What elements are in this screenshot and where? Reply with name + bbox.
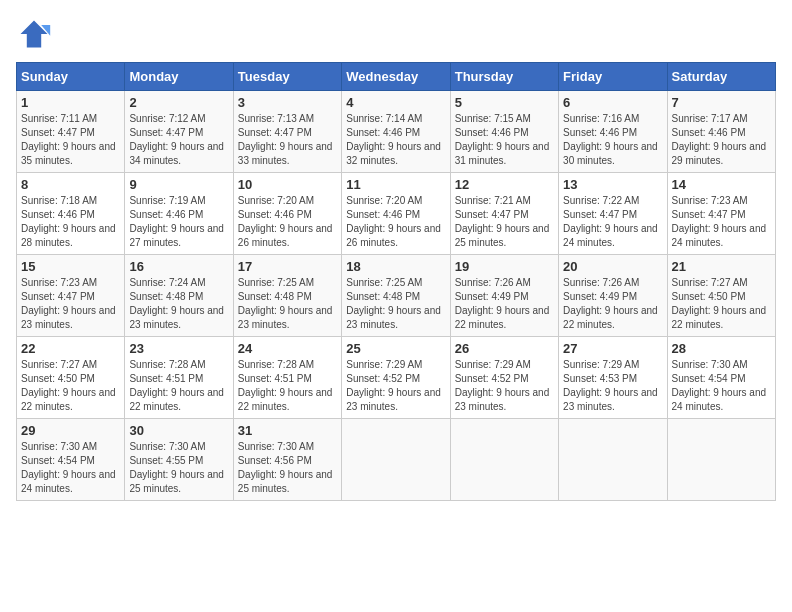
header-day: Saturday	[667, 63, 775, 91]
sunset-label: Sunset: 4:47 PM	[21, 127, 95, 138]
daylight-label: Daylight: 9 hours and 30 minutes.	[563, 141, 658, 166]
calendar-cell: 14 Sunrise: 7:23 AM Sunset: 4:47 PM Dayl…	[667, 173, 775, 255]
sunrise-label: Sunrise: 7:30 AM	[672, 359, 748, 370]
sunset-label: Sunset: 4:46 PM	[455, 127, 529, 138]
day-info: Sunrise: 7:30 AM Sunset: 4:55 PM Dayligh…	[129, 440, 228, 496]
sunrise-label: Sunrise: 7:23 AM	[672, 195, 748, 206]
daylight-label: Daylight: 9 hours and 23 minutes.	[238, 305, 333, 330]
daylight-label: Daylight: 9 hours and 27 minutes.	[129, 223, 224, 248]
calendar-cell: 10 Sunrise: 7:20 AM Sunset: 4:46 PM Dayl…	[233, 173, 341, 255]
sunset-label: Sunset: 4:46 PM	[346, 127, 420, 138]
calendar-cell: 24 Sunrise: 7:28 AM Sunset: 4:51 PM Dayl…	[233, 337, 341, 419]
calendar-cell: 1 Sunrise: 7:11 AM Sunset: 4:47 PM Dayli…	[17, 91, 125, 173]
calendar-week-row: 8 Sunrise: 7:18 AM Sunset: 4:46 PM Dayli…	[17, 173, 776, 255]
day-info: Sunrise: 7:16 AM Sunset: 4:46 PM Dayligh…	[563, 112, 662, 168]
calendar-cell: 2 Sunrise: 7:12 AM Sunset: 4:47 PM Dayli…	[125, 91, 233, 173]
sunset-label: Sunset: 4:46 PM	[672, 127, 746, 138]
calendar-cell: 12 Sunrise: 7:21 AM Sunset: 4:47 PM Dayl…	[450, 173, 558, 255]
header-day: Sunday	[17, 63, 125, 91]
day-info: Sunrise: 7:19 AM Sunset: 4:46 PM Dayligh…	[129, 194, 228, 250]
day-info: Sunrise: 7:15 AM Sunset: 4:46 PM Dayligh…	[455, 112, 554, 168]
calendar-week-row: 22 Sunrise: 7:27 AM Sunset: 4:50 PM Dayl…	[17, 337, 776, 419]
daylight-label: Daylight: 9 hours and 26 minutes.	[238, 223, 333, 248]
day-info: Sunrise: 7:23 AM Sunset: 4:47 PM Dayligh…	[21, 276, 120, 332]
sunrise-label: Sunrise: 7:13 AM	[238, 113, 314, 124]
day-number: 24	[238, 341, 337, 356]
sunset-label: Sunset: 4:46 PM	[129, 209, 203, 220]
daylight-label: Daylight: 9 hours and 22 minutes.	[455, 305, 550, 330]
daylight-label: Daylight: 9 hours and 25 minutes.	[129, 469, 224, 494]
daylight-label: Daylight: 9 hours and 22 minutes.	[129, 387, 224, 412]
calendar-week-row: 15 Sunrise: 7:23 AM Sunset: 4:47 PM Dayl…	[17, 255, 776, 337]
header-day: Wednesday	[342, 63, 450, 91]
calendar-cell: 15 Sunrise: 7:23 AM Sunset: 4:47 PM Dayl…	[17, 255, 125, 337]
calendar-cell: 16 Sunrise: 7:24 AM Sunset: 4:48 PM Dayl…	[125, 255, 233, 337]
calendar-cell: 25 Sunrise: 7:29 AM Sunset: 4:52 PM Dayl…	[342, 337, 450, 419]
daylight-label: Daylight: 9 hours and 23 minutes.	[455, 387, 550, 412]
sunrise-label: Sunrise: 7:28 AM	[129, 359, 205, 370]
daylight-label: Daylight: 9 hours and 31 minutes.	[455, 141, 550, 166]
sunrise-label: Sunrise: 7:27 AM	[21, 359, 97, 370]
day-info: Sunrise: 7:30 AM Sunset: 4:54 PM Dayligh…	[672, 358, 771, 414]
day-number: 2	[129, 95, 228, 110]
sunset-label: Sunset: 4:55 PM	[129, 455, 203, 466]
sunset-label: Sunset: 4:47 PM	[563, 209, 637, 220]
calendar-cell: 30 Sunrise: 7:30 AM Sunset: 4:55 PM Dayl…	[125, 419, 233, 501]
sunset-label: Sunset: 4:48 PM	[129, 291, 203, 302]
header-day: Monday	[125, 63, 233, 91]
day-info: Sunrise: 7:14 AM Sunset: 4:46 PM Dayligh…	[346, 112, 445, 168]
sunset-label: Sunset: 4:47 PM	[672, 209, 746, 220]
daylight-label: Daylight: 9 hours and 26 minutes.	[346, 223, 441, 248]
day-number: 21	[672, 259, 771, 274]
daylight-label: Daylight: 9 hours and 23 minutes.	[563, 387, 658, 412]
calendar-cell: 21 Sunrise: 7:27 AM Sunset: 4:50 PM Dayl…	[667, 255, 775, 337]
day-number: 29	[21, 423, 120, 438]
day-number: 25	[346, 341, 445, 356]
daylight-label: Daylight: 9 hours and 22 minutes.	[672, 305, 767, 330]
calendar-cell: 11 Sunrise: 7:20 AM Sunset: 4:46 PM Dayl…	[342, 173, 450, 255]
calendar-cell	[667, 419, 775, 501]
sunrise-label: Sunrise: 7:15 AM	[455, 113, 531, 124]
daylight-label: Daylight: 9 hours and 25 minutes.	[238, 469, 333, 494]
sunrise-label: Sunrise: 7:20 AM	[238, 195, 314, 206]
calendar-cell: 18 Sunrise: 7:25 AM Sunset: 4:48 PM Dayl…	[342, 255, 450, 337]
daylight-label: Daylight: 9 hours and 23 minutes.	[21, 305, 116, 330]
sunset-label: Sunset: 4:49 PM	[563, 291, 637, 302]
day-number: 31	[238, 423, 337, 438]
day-number: 9	[129, 177, 228, 192]
sunrise-label: Sunrise: 7:30 AM	[129, 441, 205, 452]
sunrise-label: Sunrise: 7:26 AM	[563, 277, 639, 288]
sunset-label: Sunset: 4:46 PM	[238, 209, 312, 220]
daylight-label: Daylight: 9 hours and 29 minutes.	[672, 141, 767, 166]
day-number: 8	[21, 177, 120, 192]
sunset-label: Sunset: 4:47 PM	[238, 127, 312, 138]
sunset-label: Sunset: 4:47 PM	[129, 127, 203, 138]
sunrise-label: Sunrise: 7:27 AM	[672, 277, 748, 288]
logo-icon	[16, 16, 52, 52]
day-info: Sunrise: 7:25 AM Sunset: 4:48 PM Dayligh…	[238, 276, 337, 332]
day-info: Sunrise: 7:18 AM Sunset: 4:46 PM Dayligh…	[21, 194, 120, 250]
sunrise-label: Sunrise: 7:24 AM	[129, 277, 205, 288]
calendar-cell: 29 Sunrise: 7:30 AM Sunset: 4:54 PM Dayl…	[17, 419, 125, 501]
day-info: Sunrise: 7:30 AM Sunset: 4:56 PM Dayligh…	[238, 440, 337, 496]
calendar-cell	[450, 419, 558, 501]
calendar-cell: 22 Sunrise: 7:27 AM Sunset: 4:50 PM Dayl…	[17, 337, 125, 419]
calendar-cell	[342, 419, 450, 501]
sunset-label: Sunset: 4:49 PM	[455, 291, 529, 302]
day-info: Sunrise: 7:23 AM Sunset: 4:47 PM Dayligh…	[672, 194, 771, 250]
day-info: Sunrise: 7:27 AM Sunset: 4:50 PM Dayligh…	[21, 358, 120, 414]
daylight-label: Daylight: 9 hours and 28 minutes.	[21, 223, 116, 248]
sunrise-label: Sunrise: 7:30 AM	[238, 441, 314, 452]
day-number: 13	[563, 177, 662, 192]
day-info: Sunrise: 7:25 AM Sunset: 4:48 PM Dayligh…	[346, 276, 445, 332]
sunset-label: Sunset: 4:56 PM	[238, 455, 312, 466]
calendar-cell: 17 Sunrise: 7:25 AM Sunset: 4:48 PM Dayl…	[233, 255, 341, 337]
sunset-label: Sunset: 4:51 PM	[129, 373, 203, 384]
day-number: 17	[238, 259, 337, 274]
calendar-cell: 3 Sunrise: 7:13 AM Sunset: 4:47 PM Dayli…	[233, 91, 341, 173]
sunrise-label: Sunrise: 7:14 AM	[346, 113, 422, 124]
daylight-label: Daylight: 9 hours and 23 minutes.	[346, 387, 441, 412]
sunrise-label: Sunrise: 7:20 AM	[346, 195, 422, 206]
day-info: Sunrise: 7:12 AM Sunset: 4:47 PM Dayligh…	[129, 112, 228, 168]
day-number: 19	[455, 259, 554, 274]
